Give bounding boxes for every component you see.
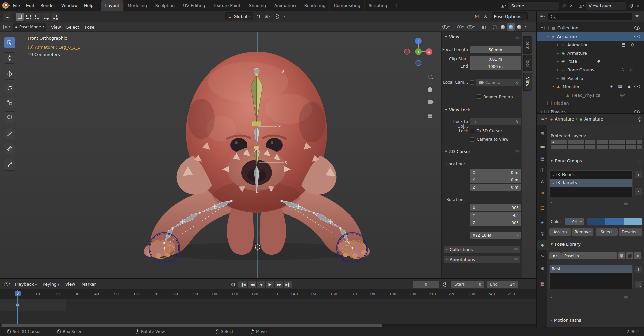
- pan-hand-icon[interactable]: [425, 85, 435, 94]
- play-reverse-icon[interactable]: ◀: [257, 281, 265, 288]
- cursor-rotation-z-field[interactable]: Z90°: [470, 219, 521, 226]
- tool-select-box[interactable]: [4, 37, 15, 48]
- unlink-scene-icon[interactable]: ×: [568, 2, 575, 9]
- pose-library-panel-header[interactable]: ▼Pose Library⣿⣿: [551, 242, 641, 247]
- outliner-row-hidden[interactable]: Hidden: [537, 99, 644, 107]
- outliner-row-head-physics[interactable]: ▲ Head_Physics ◎4: [537, 91, 644, 99]
- add-bone-group-button[interactable]: +: [635, 171, 642, 179]
- remove-view-layer-icon[interactable]: ×: [635, 2, 641, 9]
- frame-end-field[interactable]: End24: [487, 281, 518, 288]
- apply-pose-icon[interactable]: [635, 281, 642, 288]
- color-preset-dropdown[interactable]: 04 - ▾: [565, 218, 584, 225]
- shading-rendered-icon[interactable]: [516, 23, 523, 31]
- select-mode-invert-icon[interactable]: ◩: [42, 13, 50, 21]
- proportional-falloff-dropdown[interactable]: ▾: [282, 13, 286, 20]
- transform-orientation-dropdown[interactable]: ⊥ Global ▾: [225, 12, 253, 20]
- tool-measure[interactable]: [4, 143, 15, 154]
- outliner-search-field[interactable]: [548, 13, 632, 20]
- view-layer-tab-icon[interactable]: ◫: [537, 164, 547, 175]
- scene-tab-icon[interactable]: ◭: [537, 176, 547, 186]
- workspace-tab-layout[interactable]: Layout: [101, 0, 123, 11]
- tool-cursor[interactable]: [4, 52, 15, 64]
- snap-toggle-icon[interactable]: [255, 13, 261, 20]
- assign-button[interactable]: Assign: [549, 228, 571, 236]
- workspace-tab-animation[interactable]: Animation: [270, 0, 300, 11]
- bone-group-item-selected[interactable]: ∴IK_Targets: [550, 179, 632, 187]
- timeline-editor-type-dropdown[interactable]: ▾: [3, 280, 12, 288]
- select-mode-extend-icon[interactable]: +: [24, 13, 33, 21]
- cursor-location-y-field[interactable]: Y0 m: [470, 176, 521, 183]
- workspace-tab-rendering[interactable]: Rendering: [300, 0, 330, 11]
- jump-to-end-icon[interactable]: ▶▌: [284, 281, 292, 288]
- workspace-tab-texture-paint[interactable]: Texture Paint: [209, 0, 245, 11]
- protected-layers-grid-2[interactable]: [597, 140, 642, 149]
- select-mode-subtract-icon[interactable]: −: [33, 13, 41, 21]
- pin-id-icon[interactable]: [638, 117, 641, 122]
- marker-menu[interactable]: Marker: [78, 282, 98, 287]
- search-input[interactable]: [556, 14, 630, 19]
- new-library-icon[interactable]: [626, 252, 633, 259]
- clip-end-field[interactable]: 1000 m: [470, 63, 521, 70]
- outliner-row-poselib[interactable]: ▸ ▤ PoseLib: [537, 74, 644, 83]
- pose-library-expand-icon[interactable]: ▸: [551, 296, 552, 299]
- pose-mirror-icon[interactable]: ⋈: [474, 13, 480, 20]
- tool-scale[interactable]: [4, 97, 15, 108]
- clip-start-field[interactable]: 0.01 m: [470, 56, 521, 63]
- summary-channel[interactable]: [0, 299, 66, 311]
- unlink-library-icon[interactable]: ×: [634, 252, 641, 259]
- camera-to-view-checkbox[interactable]: [470, 137, 474, 142]
- scene-icon[interactable]: ◭▾: [500, 2, 507, 9]
- select-mode-intersect-icon[interactable]: ∩: [51, 13, 59, 21]
- tool-pose-breakdowner[interactable]: [4, 159, 15, 171]
- camera-view-icon[interactable]: [425, 97, 435, 107]
- cursor-location-x-field[interactable]: X0 m: [470, 169, 521, 176]
- annotations-panel-header[interactable]: ▸Annotations⣿⣿: [444, 256, 520, 263]
- world-tab-icon[interactable]: ⊕: [537, 188, 547, 198]
- cursor-rotation-x-field[interactable]: X90°: [470, 204, 521, 211]
- bone-constraints-tab-icon[interactable]: ∿: [537, 251, 547, 261]
- motion-paths-panel-header[interactable]: ▸Motion Paths⣿⣿: [551, 318, 641, 323]
- shading-wireframe-icon[interactable]: [491, 23, 498, 31]
- workspace-tab-sculpting[interactable]: Sculpting: [151, 0, 179, 11]
- menu-file[interactable]: File: [10, 1, 23, 10]
- toggle-ortho-grid-icon[interactable]: ▦: [425, 111, 435, 120]
- color-active-swatch[interactable]: [624, 218, 642, 225]
- protected-layers-grid-1[interactable]: [551, 140, 595, 149]
- render-tab-icon[interactable]: [537, 142, 547, 152]
- view-lock-subpanel-header[interactable]: ▼View Lock: [445, 107, 519, 112]
- workspace-tab-compositing[interactable]: Compositing: [329, 0, 364, 11]
- keying-menu[interactable]: Keying ▾: [40, 282, 62, 287]
- select-mode-new-icon[interactable]: [16, 13, 24, 21]
- viewport-menu-view[interactable]: View: [48, 25, 64, 30]
- render-region-checkbox[interactable]: [477, 94, 481, 99]
- next-keyframe-icon[interactable]: ▶▶: [275, 281, 283, 288]
- material-tab-icon[interactable]: ◉: [537, 263, 547, 273]
- zoom-icon[interactable]: [425, 72, 435, 81]
- modifiers-tab-icon[interactable]: ◈: [537, 217, 547, 227]
- gizmo-z-negative[interactable]: [416, 60, 421, 66]
- lock-to-3d-cursor-checkbox[interactable]: [470, 129, 474, 133]
- deselect-button[interactable]: Deselect: [619, 228, 642, 236]
- tool-settings-icon[interactable]: [3, 12, 11, 21]
- outliner-row-armature-data[interactable]: ▸ ◈ Armature: [537, 49, 644, 57]
- use-preview-range-icon[interactable]: [442, 281, 449, 288]
- outliner-row-armature-object[interactable]: ▾ ◈ Armature: [537, 32, 644, 41]
- pose-item-selected[interactable]: Rest: [550, 265, 632, 273]
- workspace-tab-shading[interactable]: Shading: [245, 0, 270, 11]
- outliner-row-pose[interactable]: ▸ ◉ Pose ◆: [537, 57, 644, 65]
- object-tab-icon[interactable]: □: [537, 202, 547, 212]
- bone-group-specials-dropdown[interactable]: ▾: [635, 188, 642, 195]
- playhead-frame-tag[interactable]: 0: [15, 291, 21, 296]
- xray-toggle-icon[interactable]: ◧: [481, 23, 487, 31]
- local-camera-field[interactable]: Camera ×: [476, 79, 521, 86]
- gizmo-x-negative[interactable]: [404, 49, 410, 54]
- playback-menu[interactable]: Playback ▾: [12, 282, 39, 287]
- object-visibility-dropdown[interactable]: ▾: [441, 23, 451, 31]
- pose-library-grip[interactable]: ⣿⣿: [624, 296, 628, 299]
- sidebar-tab-view[interactable]: View: [523, 73, 532, 91]
- bone-groups-panel-header[interactable]: ▼Bone Groups⣿⣿: [551, 158, 641, 163]
- menu-help[interactable]: Help: [81, 1, 97, 10]
- color-normal-swatch[interactable]: [587, 218, 605, 225]
- select-button[interactable]: Select: [596, 228, 618, 236]
- current-frame-field[interactable]: 0: [413, 281, 439, 288]
